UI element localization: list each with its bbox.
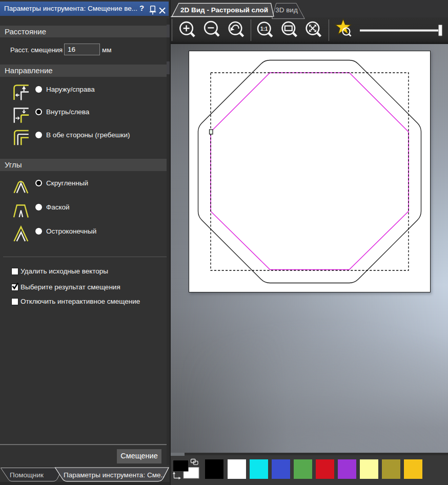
- svg-text:Помощник: Помощник: [10, 471, 44, 479]
- svg-text:1:1: 1:1: [260, 26, 268, 32]
- svg-text:3D вид: 3D вид: [275, 6, 298, 14]
- svg-text:Параметры инструмента: Сме..: Параметры инструмента: Сме..: [64, 471, 165, 479]
- svg-text:2D Вид - Растровый слой: 2D Вид - Растровый слой: [180, 6, 268, 14]
